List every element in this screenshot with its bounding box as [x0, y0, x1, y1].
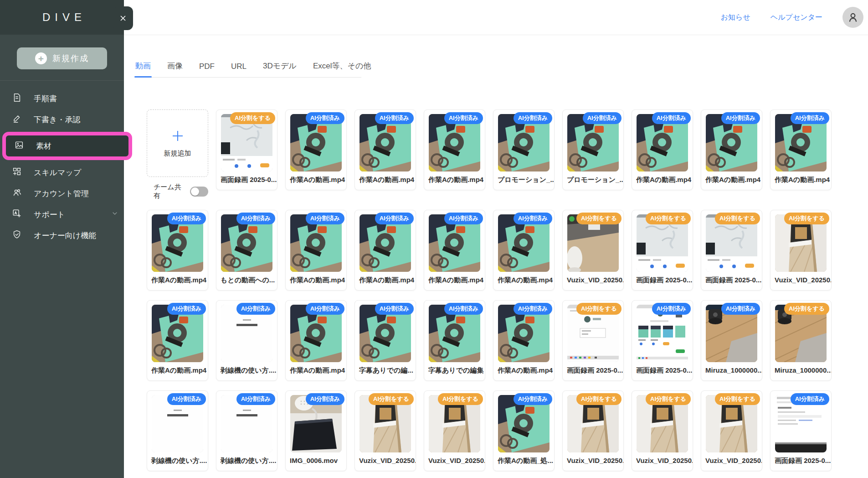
ai-split-badge[interactable]: AI分割済み	[167, 393, 206, 405]
material-card[interactable]: AI分割済み 画面録画 2025-0...	[770, 390, 832, 471]
ai-split-badge[interactable]: AI分割をする	[715, 393, 760, 405]
ai-split-badge[interactable]: AI分割をする	[646, 213, 691, 224]
material-card[interactable]: AI分割をする 画面録画 2025-0...	[562, 300, 624, 381]
ai-split-badge[interactable]: AI分割をする	[646, 393, 691, 405]
ai-split-badge[interactable]: AI分割済み	[306, 112, 344, 124]
tab-url[interactable]: URL	[231, 62, 247, 71]
material-card[interactable]: AI分割済み 作業Aの動画.mp4	[632, 109, 693, 190]
ai-split-badge[interactable]: AI分割済み	[652, 112, 691, 124]
ai-split-badge[interactable]: AI分割済み	[721, 112, 760, 124]
ai-split-badge[interactable]: AI分割済み	[514, 393, 552, 405]
material-card[interactable]: AI分割済み IMG_0006.mov	[285, 390, 347, 471]
material-card[interactable]: AI分割済み 作業Aの動画.mp4	[493, 210, 555, 291]
team-share-toggle[interactable]	[190, 187, 208, 197]
ai-split-badge[interactable]: AI分割済み	[791, 393, 829, 405]
ai-split-badge[interactable]: AI分割済み	[306, 213, 344, 224]
ai-split-badge[interactable]: AI分割をする	[715, 213, 760, 224]
material-card[interactable]: AI分割をする Miruza_1000000...	[770, 300, 832, 381]
ai-split-badge[interactable]: AI分割をする	[438, 393, 483, 405]
material-card[interactable]: AI分割済み 作業Aの動画.mp4	[285, 210, 347, 291]
material-card[interactable]: AI分割済み 作業Aの動画.mp4	[424, 210, 485, 291]
tab-pdf[interactable]: PDF	[199, 62, 215, 71]
ai-split-badge[interactable]: AI分割済み	[444, 303, 483, 315]
material-card[interactable]: AI分割をする 画面録画 2025-0...	[632, 210, 693, 291]
ai-split-badge[interactable]: AI分割をする	[784, 303, 829, 315]
material-card[interactable]: AI分割済み プロモーション_...	[493, 109, 555, 190]
ai-split-badge[interactable]: AI分割済み	[514, 303, 552, 315]
ai-split-badge[interactable]: AI分割済み	[375, 112, 414, 124]
ai-split-badge[interactable]: AI分割済み	[306, 393, 344, 405]
material-card[interactable]: AI分割をする Vuzix_VID_20250...	[632, 390, 693, 471]
news-link[interactable]: お知らせ	[721, 13, 750, 22]
ai-split-badge[interactable]: AI分割済み	[444, 112, 483, 124]
tab-image[interactable]: 画像	[167, 61, 183, 71]
ai-split-badge[interactable]: AI分割をする	[784, 213, 829, 224]
ai-split-badge[interactable]: AI分割済み	[236, 303, 275, 315]
ai-split-badge[interactable]: AI分割済み	[167, 303, 206, 315]
ai-split-badge[interactable]: AI分割済み	[583, 112, 621, 124]
ai-split-badge[interactable]: AI分割済み	[167, 213, 206, 224]
material-filename: 画面録画 2025-0...	[563, 366, 623, 375]
material-card[interactable]: AI分割済み 作業Aの動画.mp4	[354, 210, 416, 291]
ai-split-badge[interactable]: AI分割済み	[514, 213, 552, 224]
material-card[interactable]: AI分割をする Vuzix_VID_20250...	[770, 210, 832, 291]
material-card[interactable]: AI分割済み 作業Aの動画_処...	[493, 390, 555, 471]
ai-split-badge[interactable]: AI分割をする	[230, 112, 275, 124]
material-card[interactable]: AI分割済み 作業Aの動画.mp4	[285, 109, 347, 190]
material-card[interactable]: AI分割をする 画面録画 2025-0...	[701, 210, 762, 291]
ai-split-badge[interactable]: AI分割済み	[375, 303, 414, 315]
ai-split-badge[interactable]: AI分割済み	[721, 303, 760, 315]
create-new-button[interactable]: + 新規作成	[17, 47, 107, 69]
avatar[interactable]	[842, 7, 863, 28]
ai-split-badge[interactable]: AI分割済み	[444, 213, 483, 224]
ai-split-badge[interactable]: AI分割済み	[514, 112, 552, 124]
tab-excel-other[interactable]: Excel等、その他	[313, 61, 371, 71]
material-card[interactable]: AI分割済み 剥線機の使い方....	[216, 300, 277, 381]
add-material-card[interactable]: 新規追加	[147, 109, 208, 177]
tab-3dmodel[interactable]: 3Dモデル	[263, 61, 297, 71]
material-card[interactable]: AI分割をする Vuzix_VID_20250...	[354, 390, 416, 471]
ai-split-badge[interactable]: AI分割をする	[576, 303, 621, 315]
ai-split-badge[interactable]: AI分割をする	[369, 393, 414, 405]
material-card[interactable]: AI分割済み 作業Aの動画.mp4	[424, 109, 485, 190]
tab-video[interactable]: 動画	[135, 61, 151, 71]
ai-split-badge[interactable]: AI分割済み	[791, 112, 829, 124]
sidebar-item-skillmap[interactable]: スキルマップ	[0, 162, 124, 183]
sidebar-item-procedures[interactable]: 手順書	[0, 88, 124, 109]
sidebar-item-drafts-approval[interactable]: 下書き・承認	[0, 109, 124, 130]
ai-split-badge[interactable]: AI分割済み	[236, 213, 275, 224]
ai-split-badge[interactable]: AI分割済み	[306, 303, 344, 315]
material-card[interactable]: AI分割済み 作業Aの動画.mp4	[493, 300, 555, 381]
sidebar-item-materials[interactable]: 素材	[2, 132, 132, 160]
material-card[interactable]: AI分割済み 作業Aの動画.mp4	[147, 210, 208, 291]
sidebar-item-account-management[interactable]: アカウント管理	[0, 183, 124, 204]
material-card[interactable]: AI分割をする Vuzix_VID_20250...	[424, 390, 485, 471]
sidebar-close-button[interactable]	[113, 6, 133, 30]
material-card[interactable]: AI分割をする 画面録画 2025-0...	[216, 109, 277, 190]
material-card[interactable]: AI分割済み 作業Aの動画.mp4	[285, 300, 347, 381]
material-card[interactable]: AI分割済み 画面録画 2025-0...	[632, 300, 693, 381]
ai-split-badge[interactable]: AI分割をする	[576, 213, 621, 224]
sidebar-item-support[interactable]: サポート	[0, 204, 124, 225]
material-card[interactable]: AI分割済み 剥線機の使い方....	[147, 390, 208, 471]
material-card[interactable]: AI分割済み 作業Aの動画.mp4	[701, 109, 762, 190]
material-card[interactable]: AI分割済み 字幕ありでの編...	[354, 300, 416, 381]
material-card[interactable]: AI分割済み 作業Aの動画.mp4	[147, 300, 208, 381]
material-card[interactable]: AI分割済み プロモーション_...	[562, 109, 624, 190]
material-card[interactable]: AI分割済み 剥線機の使い方....	[216, 390, 277, 471]
sidebar-item-owner-features[interactable]: オーナー向け機能	[0, 225, 124, 246]
help-center-link[interactable]: ヘルプセンター	[770, 13, 822, 22]
material-card[interactable]: AI分割済み 字幕ありでの編集	[424, 300, 485, 381]
ai-split-badge[interactable]: AI分割をする	[576, 393, 621, 405]
material-card[interactable]: AI分割済み Miruza_1000000...	[701, 300, 762, 381]
ai-split-badge[interactable]: AI分割済み	[236, 393, 275, 405]
material-card[interactable]: AI分割をする Vuzix_VID_20250...	[562, 390, 624, 471]
material-card[interactable]: AI分割をする Vuzix_VID_20250...	[701, 390, 762, 471]
ai-split-badge[interactable]: AI分割済み	[652, 303, 691, 315]
material-filename: 画面録画 2025-0...	[701, 276, 762, 285]
material-card[interactable]: AI分割済み 作業Aの動画.mp4	[770, 109, 832, 190]
ai-split-badge[interactable]: AI分割済み	[375, 213, 414, 224]
material-card[interactable]: AI分割をする Vuzix_VID_20250...	[562, 210, 624, 291]
material-card[interactable]: AI分割済み もとの動画への...	[216, 210, 277, 291]
material-card[interactable]: AI分割済み 作業Aの動画.mp4	[354, 109, 416, 190]
